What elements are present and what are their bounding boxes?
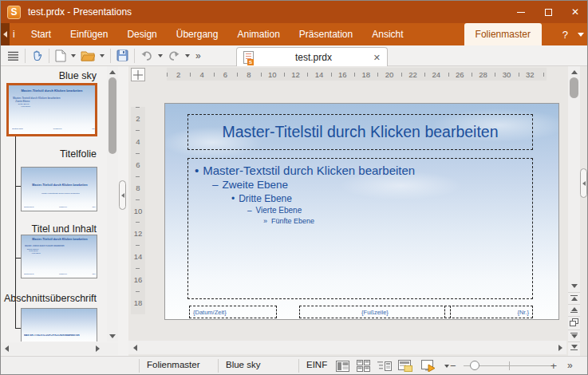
panel-collapse-handle-right[interactable] — [580, 168, 587, 198]
pan-tool-button[interactable] — [29, 47, 45, 65]
minimize-button[interactable] — [507, 1, 535, 23]
last-slide-button[interactable] — [568, 341, 580, 353]
document-horizontal-scrollbar[interactable] — [128, 341, 566, 354]
redo-button[interactable] — [165, 47, 183, 65]
horizontal-ruler[interactable]: 2468101214161820222426283032 — [167, 68, 547, 81]
document-tab-label: test.prdx — [254, 52, 373, 63]
toolbar-separator — [110, 49, 111, 63]
tab-einfuegen[interactable]: Einfügen — [61, 23, 117, 45]
chevron-down-icon[interactable] — [578, 33, 584, 37]
slide-number-placeholder[interactable]: {Nr.} — [444, 306, 533, 318]
hand-icon — [31, 49, 43, 62]
maximize-button[interactable] — [535, 1, 562, 23]
status-view-mode[interactable]: Folienmaster — [147, 360, 199, 369]
slideshow-button[interactable] — [421, 360, 436, 372]
new-document-button[interactable] — [53, 47, 69, 65]
collapse-left-icon — [121, 193, 124, 198]
slide-master-panel: Blue sky Master-Titelstil durch Klicken … — [1, 66, 128, 356]
ruler-mark: 18 — [354, 68, 377, 81]
normal-view-icon — [336, 361, 349, 372]
sidebar-vertical-scrollbar[interactable] — [107, 66, 118, 341]
crosshair-icon — [133, 70, 143, 80]
zoom-slider-knob[interactable] — [470, 361, 479, 370]
scroll-left-button[interactable] — [2, 345, 10, 353]
tab-ansicht[interactable]: Ansicht — [362, 23, 412, 45]
window-title: test.prdx - Presentations — [28, 6, 507, 18]
statusbar-overflow-button[interactable]: » — [567, 360, 573, 371]
date-placeholder[interactable]: {Datum/Zeit} — [189, 306, 277, 318]
status-insert-mode[interactable]: EINF — [306, 360, 327, 369]
ribbon-scroll-left-button[interactable] — [1, 23, 10, 45]
thumb-body-text: Master-Textstil durch Klicken bearbeiten… — [13, 97, 93, 108]
scroll-left-button[interactable] — [131, 344, 139, 352]
layout-thumbnail-titel-und-inhalt[interactable]: Master-Titelstil durch Klicken bearbeite… — [21, 235, 97, 278]
scrollbar-thumb[interactable] — [570, 77, 578, 98]
new-document-dropdown[interactable] — [71, 54, 76, 57]
ribbon-tab-bar: i Start Einfügen Design Übergang Animati… — [1, 23, 588, 45]
footer-placeholder[interactable]: {Fußzeile} — [299, 306, 451, 318]
help-button[interactable]: ? — [562, 29, 568, 41]
tab-uebergang[interactable]: Übergang — [167, 23, 228, 45]
ruler-mark: 10 — [261, 68, 284, 81]
ruler-origin-button[interactable] — [131, 68, 145, 81]
redo-dropdown[interactable] — [185, 54, 190, 57]
zoom-out-button[interactable]: − — [450, 360, 456, 372]
undo-dropdown[interactable] — [158, 54, 163, 57]
toolbar-separator — [134, 49, 135, 63]
close-button[interactable]: ✕ — [562, 1, 588, 23]
scroll-right-button[interactable] — [93, 345, 101, 353]
date-placeholder-text: {Datum/Zeit} — [193, 309, 227, 316]
zoom-in-button[interactable]: + — [551, 360, 557, 372]
panel-collapse-handle[interactable] — [119, 180, 126, 210]
tab-folienmaster-active[interactable]: Folienmaster — [464, 23, 542, 45]
tab-start[interactable]: Start — [22, 23, 61, 45]
document-tab[interactable]: S test.prdx ✕ — [236, 47, 388, 67]
master-thumbnail-blue-sky[interactable]: Master-Titelstil durch Klicken bearbeite… — [6, 83, 97, 136]
scroll-up-button[interactable] — [107, 68, 118, 76]
layout-thumbnail-titelfolie[interactable]: Master-Titelstil durch Klicken bearbeite… — [21, 167, 97, 211]
scroll-down-button[interactable] — [107, 332, 118, 340]
sidebar-horizontal-scrollbar[interactable] — [1, 342, 118, 355]
scroll-right-button[interactable] — [556, 344, 564, 352]
ruler-mark: 30 — [495, 68, 518, 81]
document-vertical-scrollbar[interactable] — [568, 66, 580, 356]
next-slide-button[interactable] — [568, 330, 580, 341]
tab-animation[interactable]: Animation — [227, 23, 289, 45]
tab-praesentation[interactable]: Präsentation — [290, 23, 362, 45]
tab-design[interactable]: Design — [117, 23, 166, 45]
vertical-ruler[interactable]: 24681012141618 — [131, 107, 145, 314]
scrollbar-thumb[interactable] — [109, 77, 116, 154]
app-logo-icon: S — [7, 6, 21, 19]
tab-file-partial[interactable]: i — [10, 23, 22, 45]
open-file-button[interactable] — [78, 47, 97, 65]
outline-level-4: –Vierte Ebene — [188, 205, 532, 216]
slideshow-dropdown[interactable] — [444, 365, 449, 368]
ruler-mark: 16 — [131, 268, 145, 291]
save-button[interactable] — [114, 47, 131, 65]
notes-view-button[interactable] — [398, 360, 412, 372]
status-bar: Folienmaster Blue sky EINF − + » — [1, 356, 588, 375]
status-master-name[interactable]: Blue sky — [226, 360, 260, 369]
document-tab-close-button[interactable]: ✕ — [373, 53, 381, 63]
undo-button[interactable] — [138, 47, 156, 65]
scroll-down-button[interactable] — [568, 282, 580, 290]
minimize-icon — [517, 12, 525, 13]
body-placeholder[interactable]: •Master-Textstil durch Klicken bearbeite… — [187, 158, 533, 299]
open-file-dropdown[interactable] — [100, 54, 105, 57]
slide-master-canvas[interactable]: Master-Titelstil durch Klicken bearbeite… — [164, 103, 559, 320]
normal-view-button[interactable] — [336, 361, 349, 372]
outline-view-button[interactable] — [377, 361, 392, 372]
toolbar-overflow-button[interactable]: » — [195, 50, 201, 61]
status-separator — [139, 359, 140, 373]
ruler-mark: 24 — [424, 68, 448, 81]
thumb-footer-text: {Datum/Zeit}{Fußzeile}{Nr.} — [12, 127, 96, 129]
browse-object-button[interactable] — [568, 316, 580, 329]
layout-thumbnail-abschnittsueberschrift[interactable]: Master-Titelstil durch Klicken bearbeite… — [21, 308, 97, 341]
first-slide-button[interactable] — [568, 292, 580, 303]
slide-sorter-button[interactable] — [357, 360, 370, 372]
menu-button[interactable] — [5, 47, 22, 65]
previous-slide-button[interactable] — [568, 304, 580, 315]
scroll-up-button[interactable] — [568, 68, 580, 76]
triangle-up-icon — [571, 297, 578, 301]
title-placeholder[interactable]: Master-Titelstil durch Klicken bearbeite… — [187, 114, 533, 150]
